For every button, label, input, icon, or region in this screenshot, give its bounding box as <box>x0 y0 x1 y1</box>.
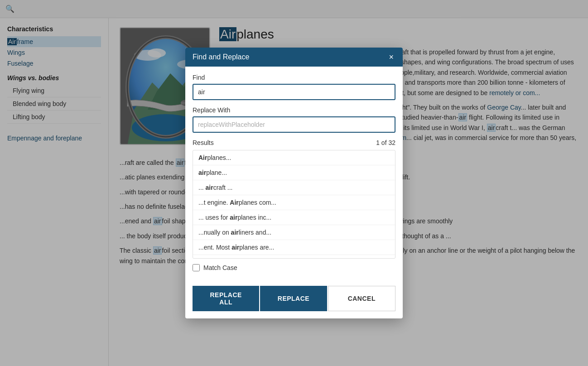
find-label: Find <box>193 74 395 81</box>
results-count: 1 of 32 <box>376 139 395 146</box>
results-list-item[interactable]: airplane... <box>193 165 395 180</box>
results-list-item[interactable]: Airplanes... <box>193 150 395 165</box>
find-replace-modal: Find and Replace × Find Replace With Res… <box>185 48 403 318</box>
modal-footer: REPLACE ALL REPLACE CANCEL <box>185 286 403 318</box>
replace-label: Replace With <box>193 106 395 114</box>
results-list-item[interactable]: ...nually on airliners and... <box>193 225 395 240</box>
modal-body: Find Replace With Results 1 of 32 Airpla… <box>185 67 403 286</box>
results-label: Results <box>193 139 214 146</box>
modal-overlay: Find and Replace × Find Replace With Res… <box>0 0 588 366</box>
replace-input[interactable] <box>193 116 395 133</box>
results-list-item[interactable]: ...ent. Most airplanes are... <box>193 240 395 255</box>
results-list-item[interactable]: ... aircraft ... <box>193 180 395 195</box>
match-case-label: Match Case <box>203 264 237 271</box>
replace-button[interactable]: REPLACE <box>260 286 327 311</box>
modal-header: Find and Replace × <box>185 48 403 67</box>
match-case-row: Match Case <box>193 264 395 271</box>
find-input[interactable] <box>193 84 395 100</box>
modal-title: Find and Replace <box>193 53 249 61</box>
results-list-item[interactable]: ...t engine. Airplanes com... <box>193 195 395 210</box>
replace-all-button[interactable]: REPLACE ALL <box>193 286 259 311</box>
results-list-item[interactable]: ... uses for airplanes inc... <box>193 210 395 225</box>
match-case-checkbox[interactable] <box>193 264 200 271</box>
results-row: Results 1 of 32 <box>193 139 395 146</box>
cancel-button[interactable]: CANCEL <box>328 286 395 311</box>
results-list[interactable]: Airplanes...airplane...... aircraft ....… <box>193 150 395 259</box>
modal-close-button[interactable]: × <box>387 53 395 61</box>
